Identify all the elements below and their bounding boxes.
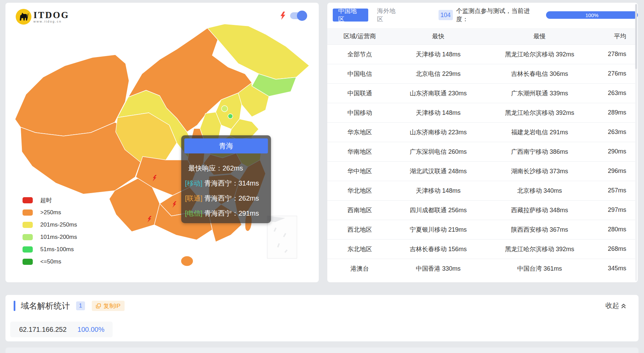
legend-swatch: [23, 197, 33, 203]
table-cell: 黑龙江哈尔滨移动 392ms: [484, 44, 595, 64]
legend-item: 201ms-250ms: [23, 219, 77, 231]
south-sea-inset: [267, 216, 297, 258]
title-accent-bar: [14, 301, 15, 311]
table-row[interactable]: 中国联通山东济南联通 230ms广东潮州联通 339ms263ms: [327, 83, 636, 103]
table-cell: 广东深圳电信 260ms: [392, 142, 484, 161]
table-cell: 全部节点: [327, 44, 392, 64]
table-cell: 中国移动: [327, 103, 392, 122]
table-cell: 广东潮州联通 339ms: [484, 83, 595, 103]
table-cell: 陕西西安移动 367ms: [484, 220, 595, 239]
resolved-ip: 62.171.166.252: [19, 326, 67, 334]
table-cell: 四川成都联通 256ms: [392, 200, 484, 220]
map-province-hainan[interactable]: [181, 256, 193, 266]
table-row[interactable]: 华中地区湖北武汉联通 248ms湖南长沙移动 373ms296ms: [327, 161, 636, 181]
map-province-tianjin[interactable]: [228, 114, 233, 119]
latency-table: 区域/运营商 最快 最慢 平均 全部节点天津移动 148ms黑龙江哈尔滨移动 3…: [327, 28, 636, 278]
toggle-knob: [297, 11, 307, 21]
table-cell: 吉林长春电信 306ms: [484, 64, 595, 83]
tooltip-carrier-line: [移动] 青海西宁：314ms: [185, 179, 268, 188]
table-row[interactable]: 全部节点天津移动 148ms黑龙江哈尔滨移动 392ms278ms: [327, 44, 636, 64]
carrier-result: 青海西宁：262ms: [202, 194, 259, 202]
table-cell: 257ms: [595, 181, 636, 200]
table-cell: 山东济南移动 223ms: [392, 122, 484, 142]
legend-label: 超时: [40, 196, 52, 204]
legend-swatch: [23, 259, 33, 265]
copy-icon: [96, 303, 101, 309]
map-panel: ITDOG www.itdog.cn: [5, 3, 319, 282]
table-cell: 北京移动 340ms: [484, 181, 595, 200]
legend-label: 51ms-100ms: [40, 246, 74, 253]
carrier-tag: [电信]: [185, 209, 202, 217]
table-cell: 华北地区: [327, 181, 392, 200]
table-cell: 西北地区: [327, 220, 392, 239]
table-row[interactable]: 港澳台中国香港 330ms中国台湾 361ms345ms: [327, 259, 636, 278]
table-cell: 天津移动 148ms: [392, 181, 484, 200]
table-cell: 天津移动 148ms: [392, 103, 484, 122]
speed-mode-toggle[interactable]: [290, 12, 306, 19]
tooltip-fastest-label: 最快响应：: [188, 164, 223, 172]
table-cell: 296ms: [595, 161, 636, 181]
next-section-card-edge: [5, 348, 639, 353]
table-cell: 西南地区: [327, 200, 392, 220]
table-row[interactable]: 华北地区天津移动 148ms北京移动 340ms257ms: [327, 181, 636, 200]
col-header-average: 平均: [595, 28, 636, 44]
table-cell: 东北地区: [327, 239, 392, 259]
table-row[interactable]: 华东地区山东济南移动 223ms福建龙岩电信 291ms263ms: [327, 122, 636, 142]
carrier-result: 青海西宁：314ms: [202, 179, 259, 187]
table-cell: 北京电信 229ms: [392, 64, 484, 83]
monitor-text: 个监测点参与测试，当前进度：: [456, 7, 542, 23]
table-cell: 中国香港 330ms: [392, 259, 484, 278]
col-header-region: 区域/运营商: [327, 28, 392, 44]
col-header-slowest: 最慢: [484, 28, 595, 44]
table-cell: 黑龙江哈尔滨移动 392ms: [484, 239, 595, 259]
table-cell: 289ms: [595, 103, 636, 122]
chevron-double-up-icon: [621, 303, 626, 309]
table-cell: 中国联通: [327, 83, 392, 103]
table-cell: 263ms: [595, 122, 636, 142]
tooltip-fastest-value: 262ms: [223, 164, 243, 172]
legend-label: <=50ms: [40, 258, 61, 265]
legend-label: 201ms-250ms: [40, 221, 77, 228]
tab-china-region[interactable]: 中国地区: [333, 9, 368, 22]
table-cell: 290ms: [595, 142, 636, 161]
table-row[interactable]: 东北地区吉林长春移动 156ms黑龙江哈尔滨移动 392ms268ms: [327, 239, 636, 259]
carrier-tag: [移动]: [185, 179, 202, 187]
table-cell: 宁夏银川移动 219ms: [392, 220, 484, 239]
table-header-row: 区域/运营商 最快 最慢 平均: [327, 28, 636, 44]
table-cell: 黑龙江哈尔滨移动 392ms: [484, 103, 595, 122]
map-province-beijing[interactable]: [221, 106, 228, 112]
copy-ip-label: 复制IP: [103, 302, 120, 310]
legend-label: 101ms-200ms: [40, 234, 77, 241]
copy-ip-button[interactable]: 复制IP: [92, 301, 125, 311]
table-row[interactable]: 华南地区广东深圳电信 260ms广西南宁移动 386ms290ms: [327, 142, 636, 161]
collapse-button[interactable]: 收起: [605, 301, 626, 310]
table-cell: 280ms: [595, 220, 636, 239]
col-header-fastest: 最快: [392, 28, 484, 44]
table-row[interactable]: 西北地区宁夏银川移动 219ms陕西西安移动 367ms280ms: [327, 220, 636, 239]
dns-title: 域名解析统计: [21, 300, 70, 311]
table-cell: 西藏拉萨移动 348ms: [484, 200, 595, 220]
table-cell: 华南地区: [327, 142, 392, 161]
legend-item: 51ms-100ms: [23, 243, 77, 256]
table-cell: 268ms: [595, 239, 636, 259]
map-tooltip: 青海 最快响应：262ms [移动] 青海西宁：314ms[联通] 青海西宁：2…: [181, 135, 271, 223]
logo-brand: ITDOG: [33, 11, 69, 19]
table-cell: 华中地区: [327, 161, 392, 181]
resolved-ip-percent: 100.00%: [77, 326, 104, 334]
map-legend: 超时>250ms201ms-250ms101ms-200ms51ms-100ms…: [23, 194, 77, 268]
tooltip-fastest: 最快响应：262ms: [188, 164, 268, 173]
legend-item: 101ms-200ms: [23, 231, 77, 243]
legend-swatch: [23, 209, 33, 216]
resolved-ip-chip[interactable]: 62.171.166.252 100.00%: [10, 322, 113, 337]
results-panel: 中国地区 海外地区 104 个监测点参与测试，当前进度： 100% 区域/运营商…: [327, 3, 638, 282]
legend-label: >250ms: [40, 209, 61, 216]
table-cell: 276ms: [595, 64, 636, 83]
dns-count-badge: 1: [76, 301, 85, 310]
tab-overseas-region[interactable]: 海外地区: [372, 9, 407, 22]
table-cell: 中国台湾 361ms: [484, 259, 595, 278]
table-row[interactable]: 中国电信北京电信 229ms吉林长春电信 306ms276ms: [327, 64, 636, 83]
table-row[interactable]: 中国移动天津移动 148ms黑龙江哈尔滨移动 392ms289ms: [327, 103, 636, 122]
table-scrollbar[interactable]: [635, 4, 637, 281]
table-row[interactable]: 西南地区四川成都联通 256ms西藏拉萨移动 348ms297ms: [327, 200, 636, 220]
table-cell: 278ms: [595, 44, 636, 64]
